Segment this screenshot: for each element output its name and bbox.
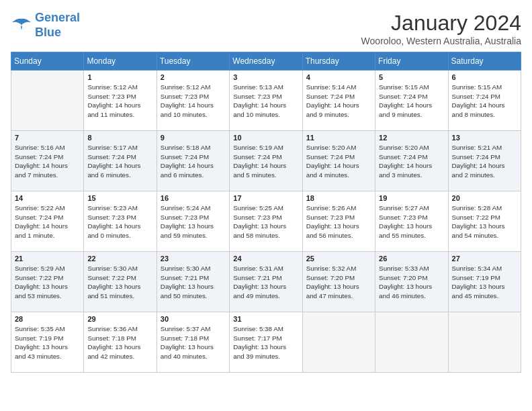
calendar-cell: 17Sunrise: 5:25 AMSunset: 7:23 PMDayligh… bbox=[230, 191, 302, 252]
day-info: Sunrise: 5:34 AMSunset: 7:19 PMDaylight:… bbox=[452, 264, 517, 301]
calendar-cell: 12Sunrise: 5:20 AMSunset: 7:24 PMDayligh… bbox=[375, 131, 448, 191]
day-number: 25 bbox=[306, 255, 371, 263]
day-number: 6 bbox=[452, 73, 517, 81]
day-info: Sunrise: 5:28 AMSunset: 7:22 PMDaylight:… bbox=[452, 203, 517, 240]
day-info: Sunrise: 5:24 AMSunset: 7:23 PMDaylight:… bbox=[161, 203, 226, 240]
day-number: 18 bbox=[306, 194, 371, 202]
day-info: Sunrise: 5:35 AMSunset: 7:19 PMDaylight:… bbox=[15, 324, 80, 361]
day-number: 9 bbox=[161, 134, 226, 142]
day-info: Sunrise: 5:20 AMSunset: 7:24 PMDaylight:… bbox=[379, 143, 444, 180]
calendar-cell: 23Sunrise: 5:30 AMSunset: 7:21 PMDayligh… bbox=[157, 252, 229, 312]
day-number: 31 bbox=[233, 315, 298, 323]
day-number: 14 bbox=[15, 194, 80, 202]
day-number: 23 bbox=[161, 255, 226, 263]
day-info: Sunrise: 5:26 AMSunset: 7:23 PMDaylight:… bbox=[306, 203, 371, 240]
day-info: Sunrise: 5:23 AMSunset: 7:23 PMDaylight:… bbox=[87, 203, 152, 240]
day-number: 19 bbox=[379, 194, 444, 202]
calendar-cell: 27Sunrise: 5:34 AMSunset: 7:19 PMDayligh… bbox=[448, 252, 521, 312]
day-number: 16 bbox=[161, 194, 226, 202]
title-section: January 2024 Wooroloo, Western Australia… bbox=[361, 11, 521, 46]
weekday-header-row: SundayMondayTuesdayWednesdayThursdayFrid… bbox=[11, 52, 521, 71]
day-number: 13 bbox=[452, 134, 517, 142]
calendar-cell: 15Sunrise: 5:23 AMSunset: 7:23 PMDayligh… bbox=[84, 191, 157, 252]
day-info: Sunrise: 5:31 AMSunset: 7:21 PMDaylight:… bbox=[233, 264, 298, 301]
calendar-cell: 9Sunrise: 5:18 AMSunset: 7:24 PMDaylight… bbox=[157, 131, 229, 191]
day-number: 12 bbox=[379, 134, 444, 142]
day-info: Sunrise: 5:30 AMSunset: 7:22 PMDaylight:… bbox=[87, 264, 152, 301]
weekday-header-tuesday: Tuesday bbox=[157, 52, 229, 71]
day-number: 20 bbox=[452, 194, 517, 202]
calendar-cell: 7Sunrise: 5:16 AMSunset: 7:24 PMDaylight… bbox=[11, 131, 84, 191]
day-number: 7 bbox=[15, 134, 80, 142]
calendar-cell: 2Sunrise: 5:12 AMSunset: 7:23 PMDaylight… bbox=[157, 71, 229, 131]
day-number: 22 bbox=[87, 255, 152, 263]
month-title: January 2024 bbox=[361, 11, 521, 36]
calendar-cell bbox=[302, 312, 375, 373]
day-number: 8 bbox=[87, 134, 152, 142]
day-number: 11 bbox=[306, 134, 371, 142]
weekday-header-saturday: Saturday bbox=[448, 52, 521, 71]
day-number: 21 bbox=[15, 255, 80, 263]
calendar-cell: 25Sunrise: 5:32 AMSunset: 7:20 PMDayligh… bbox=[302, 252, 375, 312]
calendar-cell: 24Sunrise: 5:31 AMSunset: 7:21 PMDayligh… bbox=[230, 252, 302, 312]
weekday-header-monday: Monday bbox=[84, 52, 157, 71]
calendar-cell: 21Sunrise: 5:29 AMSunset: 7:22 PMDayligh… bbox=[11, 252, 84, 312]
calendar-cell: 16Sunrise: 5:24 AMSunset: 7:23 PMDayligh… bbox=[157, 191, 229, 252]
calendar-cell: 29Sunrise: 5:36 AMSunset: 7:18 PMDayligh… bbox=[84, 312, 157, 373]
week-row-1: 1Sunrise: 5:12 AMSunset: 7:23 PMDaylight… bbox=[11, 71, 521, 131]
calendar-cell bbox=[448, 312, 521, 373]
weekday-header-wednesday: Wednesday bbox=[230, 52, 302, 71]
calendar-table: SundayMondayTuesdayWednesdayThursdayFrid… bbox=[11, 52, 521, 373]
day-number: 3 bbox=[233, 73, 298, 81]
day-info: Sunrise: 5:16 AMSunset: 7:24 PMDaylight:… bbox=[15, 143, 80, 180]
logo-icon bbox=[11, 16, 32, 35]
day-info: Sunrise: 5:27 AMSunset: 7:23 PMDaylight:… bbox=[379, 203, 444, 240]
day-info: Sunrise: 5:25 AMSunset: 7:23 PMDaylight:… bbox=[233, 203, 298, 240]
calendar-cell: 30Sunrise: 5:37 AMSunset: 7:18 PMDayligh… bbox=[157, 312, 229, 373]
calendar-cell: 11Sunrise: 5:20 AMSunset: 7:24 PMDayligh… bbox=[302, 131, 375, 191]
calendar-cell: 28Sunrise: 5:35 AMSunset: 7:19 PMDayligh… bbox=[11, 312, 84, 373]
day-number: 10 bbox=[233, 134, 298, 142]
calendar-cell: 22Sunrise: 5:30 AMSunset: 7:22 PMDayligh… bbox=[84, 252, 157, 312]
calendar-cell: 6Sunrise: 5:15 AMSunset: 7:24 PMDaylight… bbox=[448, 71, 521, 131]
day-info: Sunrise: 5:18 AMSunset: 7:24 PMDaylight:… bbox=[161, 143, 226, 180]
day-info: Sunrise: 5:15 AMSunset: 7:24 PMDaylight:… bbox=[452, 83, 517, 120]
logo-text: General Blue bbox=[35, 11, 80, 40]
week-row-2: 7Sunrise: 5:16 AMSunset: 7:24 PMDaylight… bbox=[11, 131, 521, 191]
day-number: 24 bbox=[233, 255, 298, 263]
calendar-cell: 20Sunrise: 5:28 AMSunset: 7:22 PMDayligh… bbox=[448, 191, 521, 252]
day-info: Sunrise: 5:30 AMSunset: 7:21 PMDaylight:… bbox=[161, 264, 226, 301]
calendar-cell: 8Sunrise: 5:17 AMSunset: 7:24 PMDaylight… bbox=[84, 131, 157, 191]
day-info: Sunrise: 5:15 AMSunset: 7:24 PMDaylight:… bbox=[379, 83, 444, 120]
calendar-cell: 26Sunrise: 5:33 AMSunset: 7:20 PMDayligh… bbox=[375, 252, 448, 312]
day-info: Sunrise: 5:13 AMSunset: 7:23 PMDaylight:… bbox=[233, 83, 298, 120]
calendar-cell: 3Sunrise: 5:13 AMSunset: 7:23 PMDaylight… bbox=[230, 71, 302, 131]
calendar-cell: 14Sunrise: 5:22 AMSunset: 7:24 PMDayligh… bbox=[11, 191, 84, 252]
calendar-cell: 18Sunrise: 5:26 AMSunset: 7:23 PMDayligh… bbox=[302, 191, 375, 252]
calendar-cell: 5Sunrise: 5:15 AMSunset: 7:24 PMDaylight… bbox=[375, 71, 448, 131]
weekday-header-thursday: Thursday bbox=[302, 52, 375, 71]
day-info: Sunrise: 5:21 AMSunset: 7:24 PMDaylight:… bbox=[452, 143, 517, 180]
day-number: 29 bbox=[87, 315, 152, 323]
day-info: Sunrise: 5:17 AMSunset: 7:24 PMDaylight:… bbox=[87, 143, 152, 180]
day-number: 2 bbox=[161, 73, 226, 81]
calendar-cell: 31Sunrise: 5:38 AMSunset: 7:17 PMDayligh… bbox=[230, 312, 302, 373]
day-info: Sunrise: 5:12 AMSunset: 7:23 PMDaylight:… bbox=[161, 83, 226, 120]
week-row-3: 14Sunrise: 5:22 AMSunset: 7:24 PMDayligh… bbox=[11, 191, 521, 252]
calendar-cell: 4Sunrise: 5:14 AMSunset: 7:24 PMDaylight… bbox=[302, 71, 375, 131]
weekday-header-sunday: Sunday bbox=[11, 52, 84, 71]
week-row-5: 28Sunrise: 5:35 AMSunset: 7:19 PMDayligh… bbox=[11, 312, 521, 373]
day-info: Sunrise: 5:19 AMSunset: 7:24 PMDaylight:… bbox=[233, 143, 298, 180]
calendar-cell bbox=[375, 312, 448, 373]
day-info: Sunrise: 5:38 AMSunset: 7:17 PMDaylight:… bbox=[233, 324, 298, 361]
calendar-cell bbox=[11, 71, 84, 131]
day-info: Sunrise: 5:32 AMSunset: 7:20 PMDaylight:… bbox=[306, 264, 371, 301]
calendar-cell: 1Sunrise: 5:12 AMSunset: 7:23 PMDaylight… bbox=[84, 71, 157, 131]
day-info: Sunrise: 5:33 AMSunset: 7:20 PMDaylight:… bbox=[379, 264, 444, 301]
calendar-cell: 10Sunrise: 5:19 AMSunset: 7:24 PMDayligh… bbox=[230, 131, 302, 191]
logo: General Blue bbox=[11, 11, 80, 40]
day-number: 30 bbox=[161, 315, 226, 323]
day-info: Sunrise: 5:20 AMSunset: 7:24 PMDaylight:… bbox=[306, 143, 371, 180]
week-row-4: 21Sunrise: 5:29 AMSunset: 7:22 PMDayligh… bbox=[11, 252, 521, 312]
day-info: Sunrise: 5:37 AMSunset: 7:18 PMDaylight:… bbox=[161, 324, 226, 361]
